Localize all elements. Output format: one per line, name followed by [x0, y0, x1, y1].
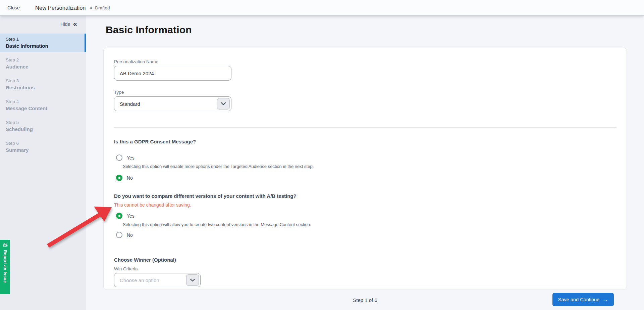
sidebar-item-restrictions[interactable]: Step 3 Restrictions	[0, 75, 86, 94]
section-divider	[114, 127, 616, 128]
radio-selected-icon[interactable]	[116, 213, 122, 219]
steps-list: Step 1 Basic Information Step 2 Audience…	[0, 34, 86, 156]
step-label: Restrictions	[6, 85, 80, 90]
basic-information-card: Personalization Name Type Standard Is th…	[103, 48, 627, 290]
gdpr-no-option[interactable]: No	[114, 175, 616, 181]
win-criteria-select[interactable]: Choose an option	[114, 273, 201, 287]
page-title: Basic Information	[106, 24, 644, 36]
hide-label: Hide	[60, 21, 70, 27]
gdpr-yes-option[interactable]: Yes	[114, 154, 616, 161]
step-number: Step 6	[6, 141, 80, 146]
win-criteria-placeholder: Choose an option	[120, 277, 159, 283]
ab-testing-question: Do you want to compare different version…	[114, 193, 616, 199]
choose-winner-heading: Choose Winner (Optional)	[114, 257, 616, 263]
hide-sidebar-button[interactable]: Hide «	[0, 16, 86, 32]
gdpr-yes-helper: Selecting this option will enable more o…	[123, 164, 616, 169]
close-button[interactable]: Close	[7, 5, 20, 10]
chevron-down-icon[interactable]	[186, 274, 199, 286]
gdpr-question: Is this a GDPR Consent Message?	[114, 139, 616, 144]
personalization-name-input[interactable]	[114, 66, 231, 81]
personalization-name-label: Personalization Name	[114, 59, 616, 64]
gdpr-no-label: No	[127, 175, 133, 181]
step-number: Step 1	[6, 37, 78, 42]
gdpr-yes-label: Yes	[127, 155, 135, 161]
status-badge: Drafted	[95, 5, 110, 10]
save-button-label: Save and Continue	[558, 297, 599, 302]
type-select[interactable]: Standard	[114, 96, 231, 111]
save-and-continue-button[interactable]: Save and Continue →	[552, 293, 614, 306]
document-title: New Personalization	[35, 5, 86, 11]
step-number: Step 3	[6, 78, 80, 83]
radio-unselected-icon[interactable]	[116, 232, 122, 238]
win-criteria-label: Win Criteria	[114, 266, 616, 271]
wizard-footer: Step 1 of 6 Save and Continue →	[103, 290, 627, 310]
sidebar-item-scheduling[interactable]: Step 5 Scheduling	[0, 117, 86, 135]
type-select-value: Standard	[120, 101, 140, 107]
ab-warning-text: This cannot be changed after saving.	[114, 202, 616, 208]
ab-yes-option[interactable]: Yes	[114, 213, 616, 219]
step-number: Step 2	[6, 57, 80, 62]
step-label: Basic Information	[6, 43, 78, 49]
status-dot-icon: ●	[90, 6, 93, 10]
step-label: Message Content	[6, 105, 80, 111]
sidebar-item-audience[interactable]: Step 2 Audience	[0, 54, 86, 73]
bug-icon	[2, 242, 8, 248]
step-label: Summary	[6, 147, 80, 153]
chevron-down-icon[interactable]	[217, 98, 230, 109]
radio-unselected-icon[interactable]	[116, 154, 122, 161]
step-progress: Step 1 of 6	[353, 297, 377, 303]
step-label: Audience	[6, 64, 80, 70]
document-title-group: New Personalization ● Drafted	[35, 5, 110, 11]
double-chevron-left-icon: «	[73, 22, 77, 26]
sidebar-item-message-content[interactable]: Step 4 Message Content	[0, 96, 86, 115]
sidebar-item-summary[interactable]: Step 6 Summary	[0, 138, 86, 156]
step-number: Step 4	[6, 99, 80, 104]
step-number: Step 5	[6, 120, 80, 125]
sidebar-item-basic-information[interactable]: Step 1 Basic Information	[0, 34, 86, 52]
report-tab-label: Report an Issue	[3, 250, 7, 283]
ab-yes-helper: Selecting this option will allow you to …	[123, 222, 616, 227]
arrow-right-icon: →	[602, 297, 608, 303]
step-label: Scheduling	[6, 126, 80, 132]
radio-selected-icon[interactable]	[116, 175, 122, 181]
report-an-issue-tab[interactable]: Report an Issue	[0, 240, 10, 294]
top-bar: Close New Personalization ● Drafted	[0, 0, 644, 15]
ab-no-option[interactable]: No	[114, 232, 616, 238]
steps-sidebar: Hide « Step 1 Basic Information Step 2 A…	[0, 16, 86, 310]
main-content: Basic Information Personalization Name T…	[86, 16, 644, 310]
type-label: Type	[114, 90, 616, 95]
ab-yes-label: Yes	[127, 213, 135, 219]
ab-no-label: No	[127, 232, 133, 238]
